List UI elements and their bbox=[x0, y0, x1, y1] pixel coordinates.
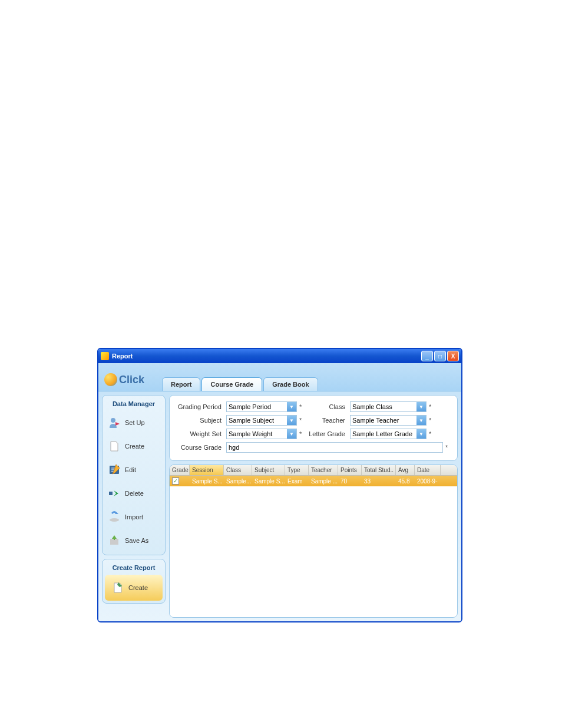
sidebar-item-setup[interactable]: Set Up bbox=[105, 411, 163, 434]
sidebar: Data Manager Set Up Create bbox=[102, 395, 166, 618]
label-course-grade: Course Grade bbox=[176, 444, 224, 451]
grid-panel: Grade Session Class Subject Type Teacher… bbox=[169, 465, 458, 618]
chevron-down-icon[interactable]: ▼ bbox=[416, 416, 426, 425]
col-total-stud[interactable]: Total Stud.. bbox=[362, 465, 396, 475]
col-avg[interactable]: Avg bbox=[396, 465, 415, 475]
required-mark: * bbox=[429, 430, 435, 437]
cell-avg: 45.8 bbox=[396, 477, 415, 486]
header-area: Click Report Course Grade Grade Book bbox=[98, 363, 461, 391]
content: Data Manager Set Up Create bbox=[98, 391, 461, 621]
dropdown-subject[interactable]: Sample Subject ▼ bbox=[226, 415, 297, 426]
sidebar-item-label: Delete bbox=[125, 490, 144, 497]
logo: Click bbox=[104, 373, 144, 391]
col-subject[interactable]: Subject bbox=[252, 465, 285, 475]
tab-report[interactable]: Report bbox=[162, 377, 200, 391]
cell-points: 70 bbox=[338, 477, 362, 486]
dropdown-teacher[interactable]: Sample Teacher ▼ bbox=[350, 415, 427, 426]
col-teacher[interactable]: Teacher bbox=[309, 465, 338, 475]
label-letter-grade: Letter Grade bbox=[308, 430, 348, 437]
svg-point-0 bbox=[111, 418, 115, 423]
label-class: Class bbox=[308, 403, 348, 410]
create-report-button[interactable]: Create bbox=[108, 578, 159, 597]
cell-total-stud: 33 bbox=[362, 477, 396, 486]
delete-icon bbox=[107, 486, 121, 500]
cell-grade-check[interactable]: ✓ bbox=[170, 476, 190, 486]
tab-grade-book[interactable]: Grade Book bbox=[263, 377, 318, 391]
col-session[interactable]: Session bbox=[190, 465, 224, 475]
required-mark: * bbox=[299, 417, 305, 424]
close-button[interactable]: X bbox=[447, 351, 459, 361]
grid-row[interactable]: ✓ Sample S... Sample... Sample S... Exam… bbox=[170, 476, 457, 486]
svg-rect-2 bbox=[109, 492, 113, 495]
required-mark: * bbox=[429, 403, 435, 410]
required-mark: * bbox=[299, 430, 305, 437]
chevron-down-icon[interactable]: ▼ bbox=[287, 402, 296, 411]
app-icon bbox=[101, 352, 109, 360]
cell-class: Sample... bbox=[224, 477, 252, 486]
cell-subject: Sample S... bbox=[252, 477, 285, 486]
checkbox-icon[interactable]: ✓ bbox=[172, 477, 179, 485]
sidebar-item-saveas[interactable]: Save As bbox=[105, 529, 163, 552]
grid-header-row: Grade Session Class Subject Type Teacher… bbox=[170, 465, 457, 476]
maximize-button[interactable]: □ bbox=[434, 351, 446, 361]
chevron-down-icon[interactable]: ▼ bbox=[416, 429, 426, 439]
create-report-header: Create Report bbox=[105, 562, 163, 575]
create-report-label: Create bbox=[128, 584, 148, 591]
required-mark: * bbox=[429, 417, 435, 424]
label-weight-set: Weight Set bbox=[176, 430, 224, 437]
edit-icon bbox=[107, 463, 121, 477]
col-date[interactable]: Date bbox=[415, 465, 441, 475]
sidebar-item-create[interactable]: Create bbox=[105, 434, 163, 458]
logo-icon bbox=[104, 373, 117, 386]
logo-text: Click bbox=[119, 374, 144, 386]
col-class[interactable]: Class bbox=[224, 465, 252, 475]
data-manager-panel: Data Manager Set Up Create bbox=[102, 395, 166, 555]
sidebar-item-delete[interactable]: Delete bbox=[105, 482, 163, 505]
col-type[interactable]: Type bbox=[285, 465, 309, 475]
main-area: Grading Period Sample Period ▼ * Class S… bbox=[169, 395, 458, 618]
label-subject: Subject bbox=[176, 417, 224, 424]
cell-teacher: Sample ... bbox=[309, 477, 338, 486]
label-teacher: Teacher bbox=[308, 417, 348, 424]
cell-type: Exam bbox=[285, 477, 309, 486]
saveas-icon bbox=[107, 533, 121, 548]
dropdown-weight-set[interactable]: Sample Weight ▼ bbox=[226, 429, 297, 439]
required-mark: * bbox=[299, 403, 305, 410]
data-manager-header: Data Manager bbox=[105, 398, 163, 411]
create-report-icon bbox=[111, 581, 125, 595]
dropdown-grading-period[interactable]: Sample Period ▼ bbox=[226, 401, 297, 412]
chevron-down-icon[interactable]: ▼ bbox=[287, 429, 296, 439]
sidebar-item-label: Save As bbox=[125, 537, 148, 544]
form-panel: Grading Period Sample Period ▼ * Class S… bbox=[169, 395, 458, 461]
report-window: Report _ □ X Click Report Course Grade G… bbox=[97, 348, 462, 622]
dropdown-letter-grade[interactable]: Sample Letter Grade ▼ bbox=[350, 429, 427, 439]
sidebar-item-label: Set Up bbox=[125, 419, 145, 426]
setup-icon bbox=[107, 416, 121, 430]
create-report-panel: Create Report Create bbox=[102, 559, 166, 604]
svg-point-3 bbox=[110, 518, 119, 522]
required-mark: * bbox=[445, 444, 451, 451]
titlebar[interactable]: Report _ □ X bbox=[98, 349, 461, 363]
tab-course-grade[interactable]: Course Grade bbox=[201, 377, 262, 391]
import-icon bbox=[107, 510, 121, 524]
sidebar-item-import[interactable]: Import bbox=[105, 505, 163, 529]
tabs: Report Course Grade Grade Book bbox=[162, 377, 318, 391]
label-grading-period: Grading Period bbox=[176, 403, 224, 410]
sidebar-item-edit[interactable]: Edit bbox=[105, 458, 163, 482]
sidebar-item-label: Create bbox=[125, 443, 144, 450]
col-points[interactable]: Points bbox=[338, 465, 362, 475]
sidebar-item-label: Edit bbox=[125, 466, 136, 473]
create-icon bbox=[107, 439, 121, 453]
chevron-down-icon[interactable]: ▼ bbox=[287, 416, 296, 425]
textbox-course-grade[interactable]: hgd bbox=[226, 442, 443, 453]
cell-date: 2008-9- bbox=[415, 477, 441, 486]
col-grade[interactable]: Grade bbox=[170, 465, 190, 475]
minimize-button[interactable]: _ bbox=[421, 351, 433, 361]
window-title: Report bbox=[112, 353, 421, 360]
cell-session: Sample S... bbox=[190, 477, 224, 486]
chevron-down-icon[interactable]: ▼ bbox=[416, 402, 426, 411]
dropdown-class[interactable]: Sample Class ▼ bbox=[350, 401, 427, 412]
sidebar-item-label: Import bbox=[125, 513, 143, 521]
